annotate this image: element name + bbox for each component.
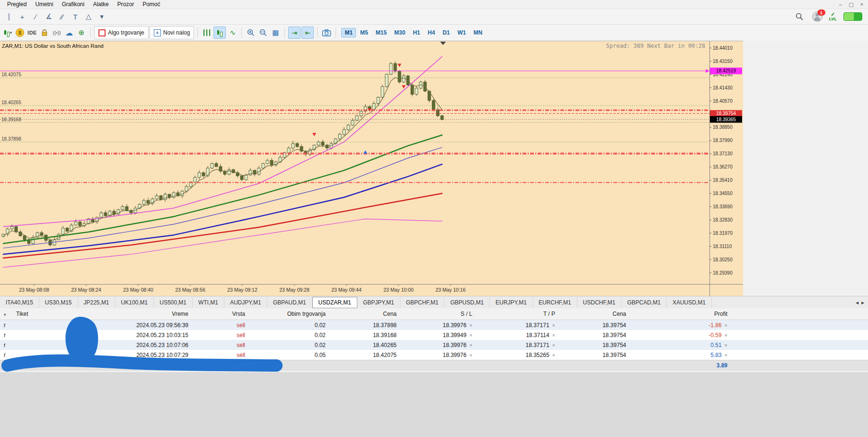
position-row[interactable]: r2024.05.23 10:07:06sell0.0218.4026518.3… bbox=[0, 340, 868, 350]
new-order-button[interactable]: + Novi nalog bbox=[150, 26, 195, 39]
remove-tp-button[interactable]: × bbox=[552, 322, 555, 328]
menu-item-alatke[interactable]: Alatke bbox=[89, 1, 113, 8]
remove-sl-button[interactable]: × bbox=[469, 322, 472, 328]
close-position-button[interactable]: × bbox=[725, 352, 727, 358]
zoom-out-icon[interactable] bbox=[257, 27, 269, 38]
symbol-tab-eurchf[interactable]: EURCHF,M1 bbox=[533, 297, 577, 308]
timeframe-d1[interactable]: D1 bbox=[439, 28, 453, 37]
trendline-tool-icon[interactable]: ∕ bbox=[29, 11, 42, 22]
chart-window-menu-icon[interactable]: ▾ bbox=[2, 27, 13, 38]
broadcast-icon[interactable]: ((•)) bbox=[51, 27, 62, 38]
column-header-cena[interactable]: Cena bbox=[559, 311, 630, 317]
remove-sl-button[interactable]: × bbox=[469, 352, 472, 358]
remove-tp-button[interactable]: × bbox=[552, 352, 555, 358]
symbol-tab-audjpy[interactable]: AUDJPY,M1 bbox=[224, 297, 267, 308]
line-chart-type-icon[interactable]: ∿ bbox=[227, 27, 238, 38]
symbol-tab-usdchf[interactable]: USDCHF,M1 bbox=[577, 297, 622, 308]
cloud-icon[interactable]: ☁ bbox=[63, 27, 75, 38]
timeframe-h1[interactable]: H1 bbox=[409, 28, 423, 37]
remove-tp-button[interactable]: × bbox=[552, 332, 555, 338]
lvl-indicator[interactable]: ✓ LVL bbox=[829, 12, 837, 21]
algo-trading-button[interactable]: Algo trgovanje bbox=[94, 26, 149, 39]
minimize-button[interactable]: – bbox=[839, 1, 842, 7]
column-header-cena[interactable]: Cena bbox=[329, 311, 400, 317]
position-row[interactable]: r2024.05.23 10:07:29sell0.0518.4207518.3… bbox=[0, 350, 868, 360]
remove-tp-button[interactable]: × bbox=[552, 342, 555, 348]
column-header-t-p[interactable]: T / P bbox=[476, 311, 559, 317]
column-header-tiket[interactable]: Tiket bbox=[12, 311, 83, 317]
menu-item-pregled[interactable]: Pregled bbox=[3, 1, 31, 8]
chart-area[interactable]: 18.4207518.4026518.3916818.3789818.44010… bbox=[0, 41, 743, 296]
symbol-tab-wti[interactable]: WTI,M1 bbox=[193, 297, 224, 308]
remove-sl-button[interactable]: × bbox=[469, 332, 472, 338]
close-position-button[interactable]: × bbox=[725, 332, 727, 338]
symbol-tab-gbpcad[interactable]: GBPCAD,M1 bbox=[621, 297, 667, 308]
timeframe-w1[interactable]: W1 bbox=[454, 28, 469, 37]
sort-indicator-icon[interactable]: ▴ bbox=[0, 312, 12, 316]
remove-sl-button[interactable]: × bbox=[469, 342, 472, 348]
auto-scroll-icon[interactable]: ⇥ bbox=[288, 27, 301, 39]
symbol-tab-gbpusd[interactable]: GBPUSD,M1 bbox=[444, 297, 490, 308]
bar-chart-type-icon[interactable] bbox=[201, 27, 213, 38]
close-position-button[interactable]: × bbox=[725, 322, 727, 328]
timeframe-h4[interactable]: H4 bbox=[425, 28, 438, 37]
candlestick-chart-type-icon[interactable] bbox=[213, 27, 226, 39]
close-position-button[interactable]: × bbox=[725, 342, 727, 348]
lock-icon[interactable] bbox=[39, 27, 50, 38]
grid-icon[interactable]: ▦ bbox=[270, 27, 281, 38]
screenshot-camera-icon[interactable] bbox=[321, 27, 332, 38]
symbol-tab-gbpchf[interactable]: GBPCHF,M1 bbox=[400, 297, 445, 308]
svg-text:23 May 09:12: 23 May 09:12 bbox=[227, 287, 257, 293]
trend-angle-tool-icon[interactable]: ∡ bbox=[43, 11, 55, 22]
time-cell: 2024.05.23 10:07:29 bbox=[83, 352, 192, 358]
current-price-cell: 18.39754 bbox=[559, 342, 630, 348]
tabs-scroll-left-icon[interactable]: ◂ bbox=[856, 299, 859, 306]
symbol-tab-us30[interactable]: US30,M15 bbox=[39, 297, 78, 308]
account-currency-icon[interactable]: $ bbox=[14, 27, 26, 38]
timeframe-m5[interactable]: M5 bbox=[357, 28, 372, 37]
close-button[interactable]: × bbox=[860, 1, 863, 7]
add-service-icon[interactable]: ⊕ bbox=[76, 27, 87, 38]
position-row[interactable]: r2024.05.23 10:03:15sell0.0218.3916818.3… bbox=[0, 330, 868, 340]
column-header-obim-trgovanja[interactable]: Obim trgovanja bbox=[249, 311, 329, 317]
user-avatar[interactable]: 1 bbox=[812, 11, 823, 22]
symbol-tab-uk100[interactable]: UK100,M1 bbox=[115, 297, 154, 308]
menu-item-umetni[interactable]: Umetni bbox=[31, 1, 57, 8]
zoom-in-icon[interactable] bbox=[245, 27, 257, 38]
timeframe-m1[interactable]: M1 bbox=[341, 28, 356, 37]
ide-button[interactable]: IDE bbox=[27, 27, 38, 38]
shapes-tool-icon[interactable]: △ bbox=[82, 11, 95, 22]
equidistant-channel-tool-icon[interactable]: ∕∕ bbox=[56, 11, 68, 22]
restore-button[interactable]: ▢ bbox=[849, 1, 853, 8]
position-row[interactable]: r2024.05.23 09:56:39sell0.0218.3789818.3… bbox=[0, 320, 868, 330]
svg-text:23 May 08:40: 23 May 08:40 bbox=[123, 287, 153, 293]
price-chart[interactable]: 18.4207518.4026518.3916818.3789818.44010… bbox=[0, 41, 743, 296]
menu-item-prozor[interactable]: Prozor bbox=[113, 1, 138, 8]
column-header-profit[interactable]: Profit bbox=[630, 311, 731, 317]
total-profit: 3.89 bbox=[630, 362, 731, 369]
symbol-tab-xauusd[interactable]: XAUUSD,M1 bbox=[667, 297, 712, 308]
timeframe-mn[interactable]: MN bbox=[470, 28, 486, 37]
symbol-tab-gbpaud[interactable]: GBPAUD,M1 bbox=[267, 297, 312, 308]
menu-item-grafikoni[interactable]: Grafikoni bbox=[57, 1, 89, 8]
column-header-vreme[interactable]: Vreme bbox=[83, 311, 192, 317]
tools-dropdown-icon[interactable]: ▾ bbox=[96, 11, 108, 22]
search-icon[interactable] bbox=[793, 11, 806, 22]
symbol-tab-us500[interactable]: US500,M1 bbox=[154, 297, 193, 308]
symbol-tab-ita40[interactable]: ITA40,M15 bbox=[0, 297, 39, 308]
menu-item-pomoć[interactable]: Pomoć bbox=[138, 1, 164, 8]
vertical-line-tool-icon[interactable]: ∣ bbox=[3, 11, 15, 22]
text-tool-icon[interactable]: T bbox=[69, 11, 81, 22]
symbol-tab-gbpjpy[interactable]: GBPJPY,M1 bbox=[357, 297, 400, 308]
crosshair-tool-icon[interactable]: + bbox=[16, 11, 28, 22]
chart-shift-icon[interactable]: ⇤ bbox=[301, 27, 314, 39]
timeframe-m15[interactable]: M15 bbox=[372, 28, 390, 37]
tabs-scroll-right-icon[interactable]: ▸ bbox=[861, 299, 864, 306]
symbol-tab-eurjpy[interactable]: EURJPY,M1 bbox=[490, 297, 533, 308]
symbol-tab-usdzar[interactable]: USDZAR,M1 bbox=[312, 297, 357, 308]
timeframe-m30[interactable]: M30 bbox=[391, 28, 408, 37]
column-header-s-l[interactable]: S / L bbox=[400, 311, 476, 317]
connection-battery-icon bbox=[843, 12, 862, 21]
symbol-tab-jp225[interactable]: JP225,M1 bbox=[78, 297, 115, 308]
column-header-vrsta[interactable]: Vrsta bbox=[192, 311, 249, 317]
